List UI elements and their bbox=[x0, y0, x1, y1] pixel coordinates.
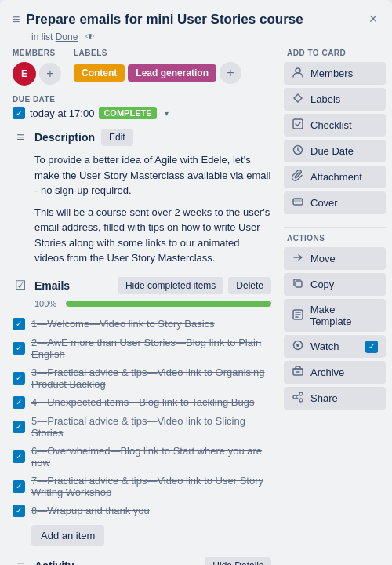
delete-checklist-button[interactable]: Delete bbox=[228, 277, 271, 294]
labels-side-button[interactable]: Labels bbox=[284, 88, 386, 111]
cover-side-label: Cover bbox=[310, 197, 338, 209]
checklist-side-button[interactable]: Checklist bbox=[284, 114, 386, 137]
share-button[interactable]: Share bbox=[284, 387, 386, 410]
checklist-item-text-4: 4—Unexpected items—Blog link to Tackling… bbox=[31, 396, 254, 408]
archive-label: Archive bbox=[310, 366, 344, 378]
checklist-item-text-1: 1—Welcome—Video link to Story Basics bbox=[31, 318, 215, 330]
due-date-checkbox[interactable]: ✓ bbox=[13, 107, 25, 119]
svg-rect-4 bbox=[293, 199, 303, 202]
members-side-button[interactable]: Members bbox=[284, 62, 386, 85]
label-content[interactable]: Content bbox=[74, 64, 125, 82]
side-column: ADD TO CARD Members Labels bbox=[284, 49, 386, 565]
description-section: ≡ Description Edit To provide a better i… bbox=[6, 129, 278, 266]
due-date-wrapper: ✓ today at 17:00 COMPLETE ▾ bbox=[13, 107, 172, 119]
card-title-icon: ≡ bbox=[13, 12, 20, 28]
svg-point-0 bbox=[296, 68, 300, 73]
attachment-side-label: Attachment bbox=[310, 171, 362, 183]
checklist-item-text-5: 5—Practical advice & tips—Video link to … bbox=[31, 415, 271, 439]
description-icon: ≡ bbox=[13, 130, 28, 144]
checklist-item: ✓ 8—Wrapup and thank you bbox=[13, 501, 271, 520]
checklist-item-text-3: 3—Practical advice & tips—Video link to … bbox=[31, 366, 271, 390]
due-date-side-button[interactable]: Due Date bbox=[284, 140, 386, 162]
checklist-items: ✓ 1—Welcome—Video link to Story Basics ✓… bbox=[13, 315, 271, 520]
due-date-side-label: Due Date bbox=[310, 145, 354, 157]
check-box-8[interactable]: ✓ bbox=[13, 505, 25, 517]
members-side-label: Members bbox=[310, 67, 353, 79]
labels-label: LABELS bbox=[74, 49, 241, 57]
actions-section: ACTIONS Move Copy Ma bbox=[284, 234, 386, 410]
modal-subtitle: in list Done 👁 bbox=[13, 31, 361, 42]
check-box-5[interactable]: ✓ bbox=[13, 421, 25, 433]
watch-label: Watch bbox=[310, 341, 339, 352]
activity-header: ≡ Activity Hide Details bbox=[13, 557, 271, 565]
labels-side-label: Labels bbox=[310, 93, 340, 105]
description-header: ≡ Description Edit bbox=[13, 129, 271, 146]
copy-button[interactable]: Copy bbox=[284, 273, 386, 296]
complete-badge: COMPLETE bbox=[99, 107, 156, 119]
add-label-button[interactable]: + bbox=[220, 62, 241, 84]
checklist-item: ✓ 5—Practical advice & tips—Video link t… bbox=[13, 412, 271, 442]
move-button[interactable]: Move bbox=[284, 247, 386, 270]
add-member-button[interactable]: + bbox=[39, 63, 61, 85]
add-item-button[interactable]: Add an item bbox=[31, 525, 104, 546]
progress-label: 100% bbox=[34, 299, 60, 308]
check-box-4[interactable]: ✓ bbox=[13, 396, 25, 409]
watch-icon bbox=[292, 340, 304, 353]
checklist-side-label: Checklist bbox=[310, 119, 352, 131]
avatar[interactable]: E bbox=[13, 62, 36, 86]
edit-description-button[interactable]: Edit bbox=[101, 129, 133, 146]
modal-body: MEMBERS E + LABELS Content Lead generati… bbox=[0, 49, 392, 565]
hide-completed-button[interactable]: Hide completed items bbox=[118, 277, 223, 294]
check-box-3[interactable]: ✓ bbox=[13, 372, 25, 385]
subtitle-list-link[interactable]: Done bbox=[56, 31, 78, 42]
progress-bar-container: 100% bbox=[13, 299, 271, 308]
check-box-1[interactable]: ✓ bbox=[13, 318, 25, 330]
hide-details-button[interactable]: Hide Details bbox=[205, 557, 271, 565]
check-box-2[interactable]: ✓ bbox=[13, 342, 25, 355]
move-icon bbox=[292, 252, 304, 265]
actions-label: ACTIONS bbox=[284, 234, 386, 242]
svg-point-12 bbox=[299, 399, 303, 402]
main-column: MEMBERS E + LABELS Content Lead generati… bbox=[6, 49, 284, 565]
make-template-label: Make Template bbox=[310, 304, 378, 327]
activity-icon: ≡ bbox=[13, 559, 28, 565]
copy-label: Copy bbox=[310, 279, 334, 290]
members-row: E + bbox=[13, 62, 61, 86]
progress-bar-fill bbox=[66, 301, 271, 307]
checklist-title-row: ☑ Emails bbox=[13, 278, 70, 293]
meta-row: MEMBERS E + LABELS Content Lead generati… bbox=[6, 49, 278, 86]
svg-rect-1 bbox=[293, 119, 303, 129]
cover-side-icon bbox=[292, 196, 304, 210]
checklist-item: ✓ 3—Practical advice & tips—Video link t… bbox=[13, 363, 271, 393]
checklist-header-actions: Hide completed items Delete bbox=[118, 277, 271, 294]
archive-button[interactable]: Archive bbox=[284, 361, 386, 384]
labels-side-icon bbox=[292, 93, 304, 106]
close-button[interactable]: × bbox=[362, 8, 384, 30]
checklist-title: Emails bbox=[34, 279, 70, 292]
watch-left: Watch bbox=[292, 340, 339, 353]
check-box-7[interactable]: ✓ bbox=[13, 480, 25, 493]
checklist-icon: ☑ bbox=[13, 278, 28, 293]
watch-button[interactable]: Watch ✓ bbox=[284, 335, 386, 358]
subtitle-prefix: in list bbox=[31, 31, 53, 42]
svg-point-11 bbox=[293, 396, 296, 399]
make-template-button[interactable]: Make Template bbox=[284, 299, 386, 332]
attachment-side-button[interactable]: Attachment bbox=[284, 166, 386, 188]
attachment-side-icon bbox=[292, 170, 304, 184]
due-date-chevron[interactable]: ▾ bbox=[162, 108, 172, 119]
copy-icon bbox=[292, 278, 304, 291]
labels-row: Content Lead generation + bbox=[74, 62, 241, 84]
modal-title-row: ≡ Prepare emails for mini User Stories c… bbox=[13, 11, 361, 28]
desc-para-2: This will be a course sent over 2 weeks … bbox=[34, 205, 271, 266]
check-box-6[interactable]: ✓ bbox=[13, 450, 25, 463]
move-label: Move bbox=[310, 253, 336, 264]
checklist-item: ✓ 4—Unexpected items—Blog link to Tackli… bbox=[13, 393, 271, 412]
checklist-side-icon bbox=[292, 118, 304, 132]
modal-title-text: Prepare emails for mini User Stories cou… bbox=[26, 11, 303, 28]
watch-check: ✓ bbox=[365, 341, 378, 353]
label-lead-generation[interactable]: Lead generation bbox=[128, 64, 216, 82]
cover-side-button[interactable]: Cover bbox=[284, 191, 386, 214]
due-date-block: DUE DATE ✓ today at 17:00 COMPLETE ▾ bbox=[13, 95, 172, 119]
checklist-item-text-6: 6—Overwhelmed—Blog link to Start where y… bbox=[31, 445, 271, 468]
checklist-item-text-7: 7—Practical advice & tips—Video link to … bbox=[31, 475, 271, 498]
